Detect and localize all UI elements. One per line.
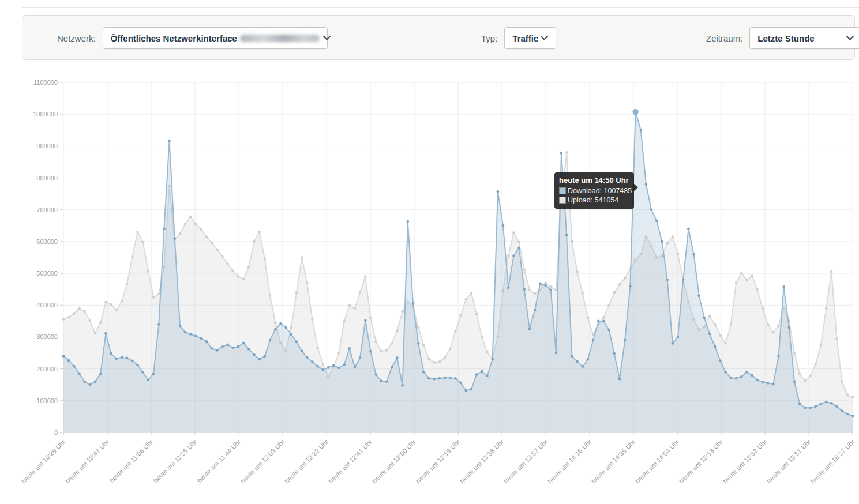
- tooltip-upload-text: Upload: 541054: [568, 195, 618, 205]
- svg-text:heute um 14:16 Uhr: heute um 14:16 Uhr: [546, 438, 592, 484]
- upload-highlight-point[interactable]: [633, 258, 637, 262]
- svg-text:heute um 11:25 Uhr: heute um 11:25 Uhr: [152, 438, 198, 484]
- svg-text:heute um 15:13 Uhr: heute um 15:13 Uhr: [678, 438, 724, 484]
- traffic-chart[interactable]: 0100000200000300000400000500000600000700…: [0, 0, 859, 504]
- download-swatch-icon: [559, 187, 566, 194]
- svg-text:1000000: 1000000: [33, 111, 58, 118]
- svg-text:800000: 800000: [36, 175, 58, 182]
- svg-text:900000: 900000: [36, 142, 58, 149]
- tooltip-download-text: Download: 1007485: [568, 186, 632, 195]
- svg-text:600000: 600000: [36, 238, 58, 245]
- svg-text:heute um 14:35 Uhr: heute um 14:35 Uhr: [590, 438, 636, 484]
- download-highlight-point[interactable]: [632, 109, 638, 115]
- svg-text:heute um 13:00 Uhr: heute um 13:00 Uhr: [371, 438, 417, 484]
- svg-text:heute um 11:06 Uhr: heute um 11:06 Uhr: [108, 438, 155, 484]
- svg-text:heute um 15:51 Uhr: heute um 15:51 Uhr: [766, 438, 812, 484]
- svg-text:heute um 16:27 Uhr: heute um 16:27 Uhr: [809, 438, 856, 484]
- svg-text:heute um 11:44 Uhr: heute um 11:44 Uhr: [196, 438, 242, 484]
- svg-text:100000: 100000: [36, 397, 58, 404]
- tooltip-row-download: Download: 1007485: [559, 186, 629, 195]
- svg-text:heute um 12:03 Uhr: heute um 12:03 Uhr: [239, 438, 286, 484]
- svg-text:300000: 300000: [36, 333, 58, 340]
- svg-text:0: 0: [54, 429, 58, 436]
- upload-swatch-icon: [559, 197, 566, 204]
- svg-text:heute um 15:32 Uhr: heute um 15:32 Uhr: [722, 438, 768, 484]
- svg-text:200000: 200000: [36, 366, 58, 373]
- svg-text:heute um 13:57 Uhr: heute um 13:57 Uhr: [502, 438, 549, 484]
- svg-text:heute um 12:22 Uhr: heute um 12:22 Uhr: [283, 438, 329, 484]
- svg-text:heute um 14:54 Uhr: heute um 14:54 Uhr: [634, 438, 680, 484]
- x-axis-labels: heute um 10:28 Uhrheute um 10:47 Uhrheut…: [20, 438, 856, 484]
- svg-text:heute um 12:41 Uhr: heute um 12:41 Uhr: [327, 438, 373, 484]
- y-axis-labels: 0100000200000300000400000500000600000700…: [33, 79, 58, 436]
- svg-text:1100000: 1100000: [33, 79, 58, 86]
- svg-text:heute um 10:47 Uhr: heute um 10:47 Uhr: [64, 438, 110, 484]
- tooltip-row-upload: Upload: 541054: [559, 195, 629, 205]
- svg-text:400000: 400000: [36, 302, 58, 309]
- svg-text:700000: 700000: [36, 206, 58, 213]
- svg-text:500000: 500000: [36, 270, 58, 277]
- svg-text:heute um 10:28 Uhr: heute um 10:28 Uhr: [20, 438, 66, 484]
- svg-text:heute um 13:19 Uhr: heute um 13:19 Uhr: [415, 438, 461, 484]
- chart-tooltip: heute um 14:50 Uhr Download: 1007485 Upl…: [554, 172, 634, 209]
- svg-text:heute um 13:38 Uhr: heute um 13:38 Uhr: [459, 438, 505, 484]
- tooltip-title: heute um 14:50 Uhr: [559, 176, 629, 185]
